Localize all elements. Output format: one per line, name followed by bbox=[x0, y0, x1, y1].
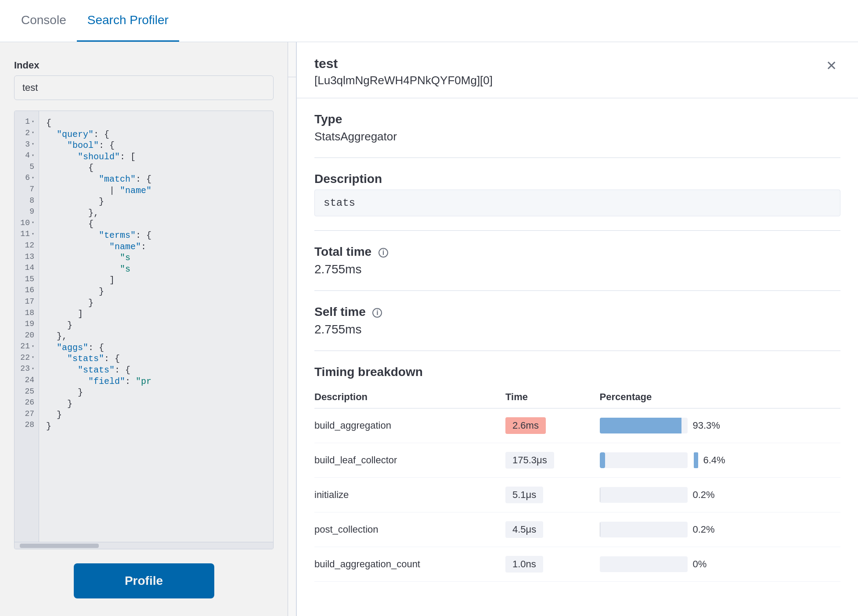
line-numbers: 1▾ 2▾ 3▾ 4▾ 5 6▾ 7 8 9 10▾ 11▾ 12 13 14 … bbox=[14, 111, 39, 542]
code-content[interactable]: { "query": { "bool": { "should": [ { "ma… bbox=[39, 111, 273, 542]
tab-console[interactable]: Console bbox=[11, 0, 77, 42]
table-row: build_leaf_collector175.3μs6.4% bbox=[314, 443, 840, 478]
middle-tabs-bar: Query Profile Aggregations bbox=[288, 42, 296, 77]
table-row: initialize5.1μs0.2% bbox=[314, 478, 840, 512]
timing-description: build_aggregation_count bbox=[314, 547, 505, 582]
timing-time: 1.0ns bbox=[505, 547, 600, 582]
col-description: Description bbox=[314, 386, 505, 408]
type-value: StatsAggregator bbox=[314, 130, 840, 143]
timing-description: build_aggregation bbox=[314, 408, 505, 443]
col-time: Time bbox=[505, 386, 600, 408]
divider-4 bbox=[314, 351, 840, 351]
total-time-value: 2.755ms bbox=[314, 262, 840, 276]
description-section: Description stats bbox=[314, 172, 840, 216]
index-label: Index bbox=[14, 60, 274, 71]
middle-body: Index: test ∨ [Lu3qlmNgReWH4PNkQYF0Mg][0… bbox=[288, 77, 296, 616]
flyout-header: test [Lu3qlmNgReWH4PNkQYF0Mg][0] ✕ bbox=[297, 42, 858, 98]
timing-percentage: 0.2% bbox=[600, 512, 840, 547]
timing-time: 175.3μs bbox=[505, 443, 600, 478]
tab-search-profiler[interactable]: Search Profiler bbox=[77, 0, 179, 42]
timing-percentage: 0.2% bbox=[600, 478, 840, 512]
main-content: Index 1▾ 2▾ 3▾ 4▾ 5 6▾ 7 8 9 10▾ 11▾ 12 bbox=[0, 42, 858, 616]
code-editor[interactable]: 1▾ 2▾ 3▾ 4▾ 5 6▾ 7 8 9 10▾ 11▾ 12 13 14 … bbox=[14, 111, 274, 549]
profile-button[interactable]: Profile bbox=[74, 563, 214, 598]
total-time-label: Total time i bbox=[314, 245, 840, 259]
timing-time: 2.6ms bbox=[505, 408, 600, 443]
timing-percentage: 93.3% bbox=[600, 408, 840, 443]
flyout-title-name: test bbox=[314, 56, 493, 71]
self-time-value: 2.755ms bbox=[314, 322, 840, 337]
self-time-section: Self time i 2.755ms bbox=[314, 305, 840, 337]
table-row: build_aggregation_count1.0ns0% bbox=[314, 547, 840, 582]
flyout-body: Type StatsAggregator Description stats T… bbox=[297, 98, 858, 596]
self-time-label: Self time i bbox=[314, 305, 840, 319]
timing-breakdown-label: Timing breakdown bbox=[314, 365, 840, 379]
timing-table: Description Time Percentage build_aggreg… bbox=[314, 386, 840, 582]
type-section: Type StatsAggregator bbox=[314, 112, 840, 143]
timing-description: build_leaf_collector bbox=[314, 443, 505, 478]
index-input[interactable] bbox=[14, 75, 274, 100]
total-time-info-icon[interactable]: i bbox=[379, 248, 388, 258]
table-row: post_collection4.5μs0.2% bbox=[314, 512, 840, 547]
total-time-section: Total time i 2.755ms bbox=[314, 245, 840, 276]
timing-breakdown-section: Timing breakdown Description Time Percen… bbox=[314, 365, 840, 582]
timing-time: 5.1μs bbox=[505, 478, 600, 512]
timing-description: initialize bbox=[314, 478, 505, 512]
timing-percentage: 0% bbox=[600, 547, 840, 582]
timing-time: 4.5μs bbox=[505, 512, 600, 547]
divider bbox=[314, 158, 840, 158]
top-navigation: Console Search Profiler bbox=[0, 0, 858, 42]
timing-description: post_collection bbox=[314, 512, 505, 547]
col-percentage: Percentage bbox=[600, 386, 840, 408]
flyout-title-block: test [Lu3qlmNgReWH4PNkQYF0Mg][0] bbox=[314, 56, 493, 87]
description-label: Description bbox=[314, 172, 840, 186]
left-panel: Index 1▾ 2▾ 3▾ 4▾ 5 6▾ 7 8 9 10▾ 11▾ 12 bbox=[0, 42, 288, 616]
horizontal-scrollbar[interactable] bbox=[14, 542, 273, 549]
divider-2 bbox=[314, 230, 840, 231]
type-label: Type bbox=[314, 112, 840, 126]
flyout-panel: test [Lu3qlmNgReWH4PNkQYF0Mg][0] ✕ Type … bbox=[296, 42, 858, 616]
timing-percentage: 6.4% bbox=[600, 443, 840, 478]
divider-3 bbox=[314, 290, 840, 291]
self-time-info-icon[interactable]: i bbox=[372, 308, 382, 318]
middle-panel: Query Profile Aggregations Index: test ∨… bbox=[288, 42, 296, 616]
description-box: stats bbox=[314, 190, 840, 216]
close-button[interactable]: ✕ bbox=[822, 56, 840, 75]
table-row: build_aggregation2.6ms93.3% bbox=[314, 408, 840, 443]
flyout-title-shard: [Lu3qlmNgReWH4PNkQYF0Mg][0] bbox=[314, 74, 493, 87]
